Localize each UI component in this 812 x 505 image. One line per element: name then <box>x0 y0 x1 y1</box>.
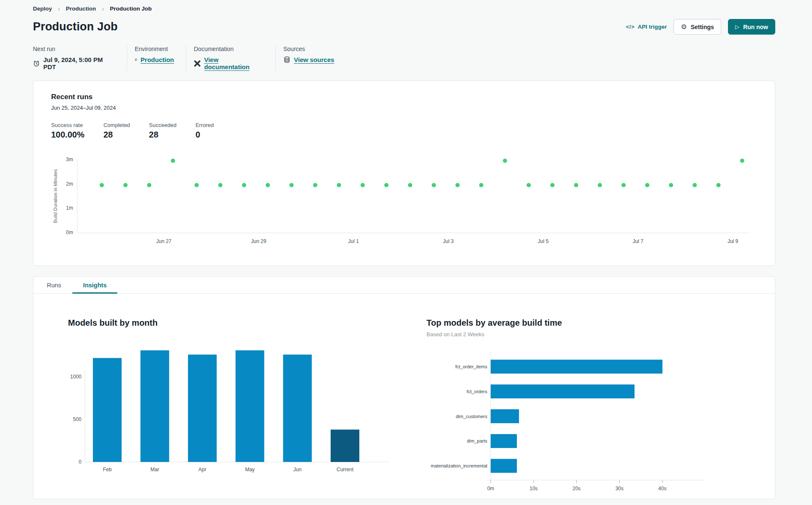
api-trigger-label: API trigger <box>638 24 667 30</box>
chart-head: Models built by month <box>68 318 405 342</box>
svg-text:30s: 30s <box>615 486 623 491</box>
database-icon <box>283 56 291 63</box>
svg-text:Jul 7: Jul 7 <box>633 238 644 244</box>
svg-text:1000: 1000 <box>70 374 81 380</box>
breadcrumb: Deploy › Production › Production Job <box>33 0 775 12</box>
svg-text:fct_orders: fct_orders <box>467 389 487 394</box>
models-by-month-chart: 05001000FebMarAprMayJunCurrent <box>68 342 397 477</box>
page: Deploy › Production › Production Job Pro… <box>0 0 812 499</box>
chart-head: Top models by average build time Based o… <box>426 318 775 342</box>
stat-completed: Completed 28 <box>103 122 130 140</box>
code-icon: </> <box>626 24 635 30</box>
clock-icon <box>33 60 40 67</box>
svg-text:20s: 20s <box>573 486 581 491</box>
svg-text:0: 0 <box>79 459 81 465</box>
svg-text:dim_customers: dim_customers <box>456 414 487 419</box>
breadcrumb-deploy[interactable]: Deploy <box>33 5 52 12</box>
recent-runs-card: Recent runs Jun 25, 2024–Jul 09, 2024 Su… <box>33 81 775 266</box>
meta-documentation-value-row: View documentation <box>194 56 263 70</box>
meta-sources-value-row: View sources <box>283 56 334 63</box>
breadcrumb-production-job: Production Job <box>110 5 152 12</box>
svg-text:Build Duration in Minutes: Build Duration in Minutes <box>53 169 58 223</box>
title-row: Production Job </> API trigger ⚙ Setting… <box>33 19 775 35</box>
svg-text:Jun 27: Jun 27 <box>156 238 171 244</box>
top-models-panel: Top models by average build time Based o… <box>405 318 775 494</box>
svg-text:dim_parts: dim_parts <box>467 438 488 443</box>
meta-sources: Sources View sources <box>275 46 346 70</box>
next-run-value: Jul 9, 2024, 5:00 PM PDT <box>43 56 115 70</box>
svg-text:3m: 3m <box>66 157 73 162</box>
svg-text:Jul 5: Jul 5 <box>538 238 549 244</box>
environment-link[interactable]: Production <box>141 56 174 63</box>
svg-text:Apr: Apr <box>198 467 206 473</box>
meta-next-run: Next run Jul 9, 2024, 5:00 PM PDT <box>33 46 127 70</box>
top-models-chart: fct_order_itemsfct_ordersdim_customersdi… <box>426 342 722 494</box>
recent-runs-title: Recent runs <box>51 93 757 101</box>
gear-icon: ⚙ <box>681 24 687 30</box>
tab-bar: Runs Insights <box>33 277 775 294</box>
models-by-month-panel: Models built by month 05001000FebMarAprM… <box>33 318 405 494</box>
stat-label: Completed <box>103 122 130 128</box>
meta-documentation: Documentation View documentation <box>186 46 275 70</box>
svg-text:Jun 29: Jun 29 <box>251 238 266 244</box>
svg-text:Mar: Mar <box>150 467 159 473</box>
build-duration-scatter-chart: 0m1m2m3mJun 27Jun 29Jul 1Jul 3Jul 5Jul 7… <box>51 156 752 248</box>
insights-card: Runs Insights Models built by month 0500… <box>33 276 775 499</box>
breadcrumb-separator-icon: › <box>102 5 104 12</box>
svg-text:fct_order_items: fct_order_items <box>455 364 487 369</box>
svg-text:Jun: Jun <box>293 467 301 473</box>
svg-text:1m: 1m <box>66 205 73 211</box>
settings-button[interactable]: ⚙ Settings <box>673 19 721 35</box>
stat-value: 100.00% <box>51 130 84 140</box>
svg-text:10s: 10s <box>530 486 538 491</box>
page-title: Production Job <box>33 20 118 33</box>
meta-next-run-value-row: Jul 9, 2024, 5:00 PM PDT <box>33 56 115 70</box>
svg-text:Current: Current <box>337 467 354 473</box>
dbt-logo-icon <box>194 60 201 67</box>
stat-label: Success rate <box>51 122 84 128</box>
api-trigger-link[interactable]: </> API trigger <box>626 24 667 30</box>
svg-text:Jul 1: Jul 1 <box>348 238 359 244</box>
breadcrumb-separator-icon: › <box>58 5 60 12</box>
tab-runs[interactable]: Runs <box>36 277 72 293</box>
stat-errored: Errored 0 <box>196 122 214 140</box>
svg-text:Feb: Feb <box>103 467 112 473</box>
run-now-label: Run now <box>743 24 768 30</box>
models-by-month-title: Models built by month <box>68 318 405 328</box>
svg-text:0m: 0m <box>66 230 73 235</box>
stat-value: 0 <box>196 130 214 140</box>
svg-text:Jul 3: Jul 3 <box>443 238 454 244</box>
view-sources-link[interactable]: View sources <box>294 56 334 63</box>
svg-text:materialization_incremental: materialization_incremental <box>431 463 487 468</box>
meta-documentation-label: Documentation <box>194 46 263 52</box>
recent-runs-date-range: Jun 25, 2024–Jul 09, 2024 <box>51 105 757 111</box>
play-icon: ▷ <box>735 24 739 30</box>
stat-value: 28 <box>103 130 130 140</box>
svg-text:Jul 9: Jul 9 <box>728 238 739 244</box>
tab-insights[interactable]: Insights <box>72 277 118 293</box>
svg-text:2m: 2m <box>66 181 73 187</box>
meta-environment: Environment Production <box>127 46 186 70</box>
insights-charts: Models built by month 05001000FebMarAprM… <box>33 294 775 499</box>
header-actions: </> API trigger ⚙ Settings ▷ Run now <box>626 19 775 35</box>
stat-success-rate: Success rate 100.00% <box>51 122 84 140</box>
recent-runs-stats: Success rate 100.00% Completed 28 Succee… <box>51 122 757 140</box>
stat-label: Succeeded <box>149 122 177 128</box>
top-models-title: Top models by average build time <box>426 318 775 328</box>
stat-succeeded: Succeeded 28 <box>149 122 177 140</box>
meta-sources-label: Sources <box>283 46 334 52</box>
stat-label: Errored <box>196 122 214 128</box>
svg-text:May: May <box>245 467 255 473</box>
top-models-subtitle: Based on Last 2 Weeks <box>426 331 775 338</box>
view-documentation-link[interactable]: View documentation <box>204 56 263 70</box>
svg-text:0m: 0m <box>487 486 494 491</box>
job-meta-row: Next run Jul 9, 2024, 5:00 PM PDT Enviro… <box>33 46 775 70</box>
svg-text:40s: 40s <box>658 486 666 491</box>
svg-text:500: 500 <box>73 416 81 422</box>
breadcrumb-production[interactable]: Production <box>66 5 96 12</box>
run-now-button[interactable]: ▷ Run now <box>728 19 775 35</box>
settings-label: Settings <box>691 24 714 30</box>
meta-next-run-label: Next run <box>33 46 115 52</box>
meta-environment-label: Environment <box>135 46 174 52</box>
meta-environment-value-row: Production <box>135 56 174 63</box>
